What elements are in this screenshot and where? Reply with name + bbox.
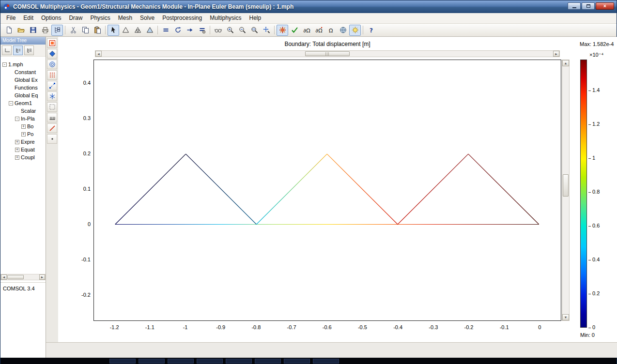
tree-view-full-button[interactable] [24,46,34,55]
collapse-icon[interactable]: - [15,117,19,121]
mesh-mode-button[interactable] [144,25,155,36]
tree-item-bo[interactable]: +Bo [0,122,46,130]
menu-item-options[interactable]: Options [37,13,65,23]
cut-button[interactable] [67,25,79,36]
tree-view-detail-button[interactable] [13,46,23,55]
expand-icon[interactable]: + [15,148,19,152]
menu-item-solve[interactable]: Solve [136,13,158,23]
tree-horizontal-scrollbar[interactable]: ◄ ► [0,274,46,280]
sphere-view-button[interactable] [337,25,349,36]
tree-item-coupl[interactable]: +Coupl [0,153,46,161]
tree-item-equat[interactable]: +Equat [0,146,46,153]
plot-vertical-scrollbar[interactable]: ▲ ▼ [562,60,570,321]
plot-contour-button[interactable] [47,49,57,59]
collapse-icon[interactable]: - [2,62,7,67]
tree-item-expre[interactable]: +Expre [0,138,46,146]
plot-parameters-button[interactable] [212,25,224,36]
menu-item-mesh[interactable]: Mesh [114,13,136,23]
headlight-button[interactable] [349,25,361,36]
select-button[interactable] [108,25,119,36]
menu-item-multiphysics[interactable]: Multiphysics [206,13,245,23]
plot-surface-button[interactable] [47,38,57,48]
scroll-down-icon[interactable]: ▼ [562,314,569,320]
zoom-out-button[interactable] [236,25,248,36]
tree-view-compact-button[interactable] [2,46,12,55]
minimize-button[interactable] [568,2,581,10]
expand-icon[interactable]: + [21,132,26,136]
print-button[interactable] [39,25,51,36]
copy-button[interactable] [79,25,91,36]
tree-item-geom1[interactable]: -Geom1 [0,99,46,107]
plot-arrow-button[interactable] [47,70,57,80]
scroll-up-icon[interactable]: ▲ [562,60,569,66]
zoom-window-button[interactable] [248,25,260,36]
maximize-button[interactable] [582,2,595,10]
close-button[interactable]: × [596,2,614,10]
plot-boundary-button[interactable] [47,60,57,69]
taskbar-item[interactable] [168,359,194,364]
menu-item-file[interactable]: File [2,13,19,23]
application-window: COMSOL Multiphysics - Geom1/Structural M… [0,0,617,364]
solver-parameters-button[interactable] [196,25,208,36]
update-plot-button[interactable] [289,25,300,36]
tree-item-constant[interactable]: Constant [0,68,46,76]
plot-particle-tracing-button[interactable] [47,102,57,112]
plot-max-min-button[interactable] [47,113,57,122]
taskbar-item[interactable] [255,359,281,364]
new-icon [5,26,13,34]
title-bar[interactable]: COMSOL Multiphysics - Geom1/Structural M… [0,0,617,13]
scroll-left-icon[interactable]: ◄ [1,274,7,280]
taskbar-item[interactable] [313,359,339,364]
menu-item-draw[interactable]: Draw [65,13,86,23]
plot-principal-button[interactable] [47,81,57,91]
initialize-mesh-button[interactable] [120,25,131,36]
subdomain-settings-button[interactable]: ∂Ω [313,25,324,36]
open-button[interactable] [15,25,27,36]
expand-icon[interactable]: + [15,140,19,144]
scroll-left-icon[interactable]: ◄ [95,51,102,57]
plot-canvas[interactable] [93,60,561,321]
update-model-button[interactable] [184,25,196,36]
expand-icon[interactable]: + [15,155,19,160]
postprocessing-mode-button[interactable] [277,25,288,36]
refine-mesh-button[interactable] [132,25,143,36]
menu-item-postprocessing[interactable]: Postprocessing [158,13,206,23]
zoom-extents-button[interactable] [261,25,272,36]
scroll-thumb[interactable] [7,275,24,279]
tree-item-scalar[interactable]: Scalar [0,107,46,115]
taskbar-item[interactable] [226,359,252,364]
tree-item-global-eq[interactable]: Global Eq [0,91,46,99]
plot-horizontal-scrollbar[interactable]: ◄ ► [95,50,560,57]
scroll-thumb[interactable] [305,51,350,56]
taskbar-item[interactable] [197,359,223,364]
scroll-right-icon[interactable]: ► [39,274,45,280]
collapse-icon[interactable]: - [9,101,13,106]
scroll-right-icon[interactable]: ► [553,51,559,57]
taskbar-item[interactable] [109,359,136,364]
new-button[interactable] [3,25,15,36]
menu-item-physics[interactable]: Physics [86,13,114,23]
restart-solver-button[interactable] [172,25,184,36]
boundary-settings-button[interactable]: ∂Ω [301,25,312,36]
taskbar-item[interactable] [284,359,310,364]
zoom-in-button[interactable] [224,25,236,36]
plot-geometry-edges-button[interactable] [47,134,57,144]
tree-item-in-pla[interactable]: -In-Pla [0,115,46,122]
taskbar-item[interactable] [139,359,165,364]
paste-button[interactable] [92,25,103,36]
solve-button[interactable] [160,25,171,36]
menu-item-help[interactable]: Help [246,13,265,23]
menu-item-edit[interactable]: Edit [19,13,37,23]
expand-icon[interactable]: + [21,124,26,129]
scroll-thumb[interactable] [563,174,569,197]
save-button[interactable] [27,25,39,36]
model-navigator-button[interactable] [51,25,63,36]
help-button[interactable]: ? [365,25,377,36]
point-settings-button[interactable]: Ω [325,25,337,36]
tree-item-global-ex[interactable]: Global Ex [0,76,46,84]
tree-item-po[interactable]: +Po [0,130,46,138]
tree-item-functions[interactable]: Functions [0,84,46,91]
plot-deformed-shape-button[interactable] [47,123,57,133]
tree-item-1-mph[interactable]: -1.mph [0,61,46,68]
plot-streamline-button[interactable] [47,91,57,101]
